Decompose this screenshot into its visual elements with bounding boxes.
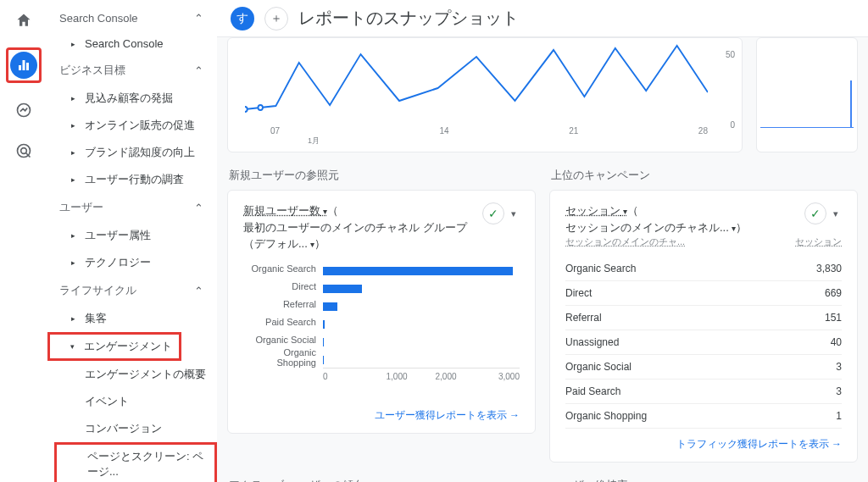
x-axis: 071月 14 21 28 (270, 126, 708, 147)
sidebar-item-search-console[interactable]: ▸Search Console (47, 31, 217, 56)
reports-icon-highlight (6, 47, 42, 83)
explore-icon[interactable] (10, 97, 37, 124)
card-menu[interactable]: ▾ (508, 205, 520, 223)
check-icon[interactable]: ✓ (482, 202, 504, 224)
bar-row: Organic Search (243, 261, 520, 279)
section-title-retention: ユーザー維持率 (551, 478, 858, 482)
y-axis: 50 0 (726, 50, 735, 130)
sidebar-item-user-behavior[interactable]: ▸ユーザー行動の調査 (47, 166, 217, 193)
bar-row: Organic Social (243, 332, 520, 350)
metric-selector[interactable]: 新規ユーザー数 (243, 204, 327, 217)
sidebar-item-online-sales[interactable]: ▸オンライン販売の促進 (47, 112, 217, 139)
overview-line-chart: 50 0 071月 14 21 28 (227, 37, 743, 152)
sidebar-item-events[interactable]: イベント (47, 388, 217, 415)
table-row: Unassigned40 (565, 330, 842, 355)
icon-rail (0, 0, 47, 482)
svg-rect-1 (23, 60, 25, 70)
sessions-card: セッション（ セッションのメインのチャネル...） ✓ ▾ セッションのメインの… (549, 190, 858, 463)
table-row: Referral151 (565, 306, 842, 330)
section-lifecycle[interactable]: ライフサイクル ⌃ (47, 276, 217, 305)
reports-icon[interactable] (10, 52, 37, 79)
section-label: ビジネス目標 (59, 63, 125, 78)
page-title: レポートのスナップショット (298, 7, 519, 30)
sidebar-item-brand-awareness[interactable]: ▸ブランド認知度の向上 (47, 139, 217, 166)
bar-row: Referral (243, 296, 520, 314)
sidebar: Search Console ⌃ ▸Search Console ビジネス目標 … (47, 0, 217, 482)
line-chart-svg (245, 42, 708, 123)
bar-row: Direct (243, 279, 520, 296)
sidebar-item-user-attributes[interactable]: ▸ユーザー属性 (47, 222, 217, 249)
advertising-icon[interactable] (10, 137, 37, 164)
new-users-card: 新規ユーザー数（ 最初のユーザーのメインのチャネル グループ（デフォル...） … (227, 190, 536, 434)
user-acquisition-link[interactable]: ユーザー獲得レポートを表示 (375, 409, 520, 421)
table-row: Organic Search3,830 (565, 257, 842, 281)
card-menu[interactable]: ▾ (830, 205, 842, 223)
section-title-active-users: アクティブ ユーザーの傾向 (229, 478, 536, 482)
sidebar-item-engagement[interactable]: ▾エンゲージメント (50, 335, 179, 358)
section-label: ライフサイクル (59, 283, 136, 298)
section-label: ユーザー (59, 200, 103, 215)
sidebar-item-pages-screens[interactable]: ページとスクリーン: ページ... (57, 445, 214, 482)
table-row: Organic Social3 (565, 355, 842, 380)
section-user[interactable]: ユーザー ⌃ (47, 193, 217, 222)
sidebar-item-technology[interactable]: ▸テクノロジー (47, 249, 217, 276)
svg-point-6 (245, 107, 248, 112)
col-header-1: セッションのメインのチャ... (565, 235, 685, 248)
table-row: Direct669 (565, 281, 842, 306)
topbar: す ＋ レポートのスナップショット (217, 0, 868, 37)
bar-row: Organic Shopping (243, 350, 520, 368)
svg-point-5 (21, 148, 27, 154)
sidebar-item-acquisition[interactable]: ▸集客 (47, 305, 217, 332)
chevron-up-icon: ⌃ (194, 202, 203, 214)
section-label: Search Console (59, 12, 138, 25)
add-button[interactable]: ＋ (264, 7, 288, 30)
sessions-table: Organic Search3,830Direct669Referral151U… (565, 257, 842, 429)
metric-selector[interactable]: セッション (565, 204, 627, 217)
svg-rect-2 (26, 63, 29, 70)
check-icon[interactable]: ✓ (804, 202, 826, 224)
collection-badge[interactable]: す (231, 7, 254, 30)
section-search-console[interactable]: Search Console ⌃ (47, 5, 217, 31)
section-title-right: 上位のキャンペーン (551, 168, 858, 183)
dimension-selector[interactable]: セッションのメインのチャネル... (565, 221, 736, 234)
home-icon[interactable] (10, 7, 37, 34)
section-business-goals[interactable]: ビジネス目標 ⌃ (47, 56, 217, 85)
svg-rect-0 (19, 65, 21, 70)
section-title-left: 新規ユーザーの参照元 (229, 168, 536, 183)
sidebar-item-engagement-overview[interactable]: エンゲージメントの概要 (47, 361, 217, 388)
chevron-up-icon: ⌃ (194, 64, 203, 77)
sidebar-item-conversions[interactable]: コンバージョン (47, 415, 217, 442)
engagement-highlight: ▾エンゲージメント (47, 332, 181, 361)
svg-point-7 (258, 105, 262, 110)
bar-chart: Organic SearchDirectReferralPaid SearchO… (243, 261, 520, 401)
chevron-up-icon: ⌃ (194, 12, 203, 25)
dimension-selector[interactable]: 最初のユーザーのメインのチャネル グループ（デフォル... (243, 221, 467, 251)
main-area: す ＋ レポートのスナップショット 50 0 0 (217, 0, 868, 482)
table-row: Paid Search3 (565, 380, 842, 404)
chevron-up-icon: ⌃ (194, 285, 203, 297)
bar-row: Paid Search (243, 314, 520, 332)
table-row: Organic Shopping1 (565, 404, 842, 429)
mini-card (756, 37, 858, 152)
traffic-acquisition-link[interactable]: トラフィック獲得レポートを表示 (676, 438, 842, 450)
pages-screens-highlight: ページとスクリーン: ページ... (54, 442, 217, 482)
col-header-2: セッション (795, 235, 842, 248)
sidebar-item-lead-gen[interactable]: ▸見込み顧客の発掘 (47, 85, 217, 112)
